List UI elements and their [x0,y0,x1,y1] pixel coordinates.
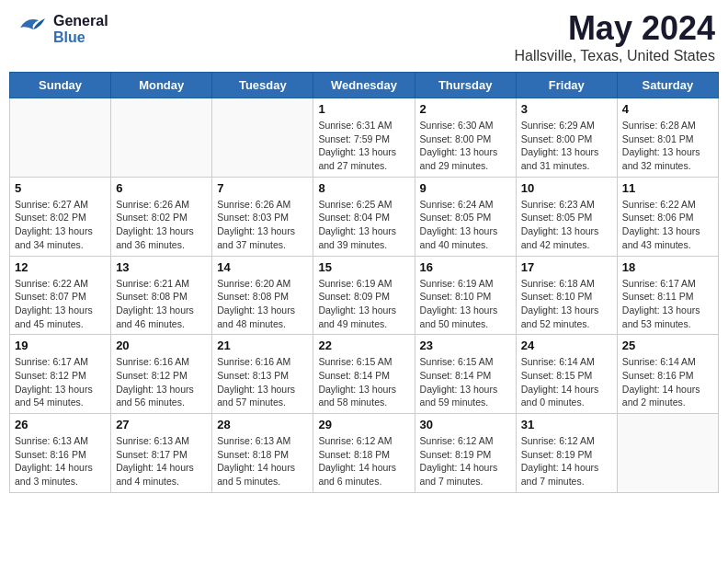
day-info: Sunrise: 6:20 AM Sunset: 8:08 PM Dayligh… [217,277,308,331]
calendar-cell: 2Sunrise: 6:30 AM Sunset: 8:00 PM Daylig… [415,98,516,178]
day-info: Sunrise: 6:31 AM Sunset: 7:59 PM Dayligh… [318,119,409,173]
calendar-cell: 17Sunrise: 6:18 AM Sunset: 8:10 PM Dayli… [516,256,617,335]
calendar-cell: 12Sunrise: 6:22 AM Sunset: 8:07 PM Dayli… [10,256,111,335]
calendar-week-5: 26Sunrise: 6:13 AM Sunset: 8:16 PM Dayli… [10,414,719,493]
day-info: Sunrise: 6:12 AM Sunset: 8:19 PM Dayligh… [521,434,612,488]
title-area: May 2024 Hallsville, Texas, United State… [515,9,715,64]
day-number: 29 [318,418,409,431]
day-info: Sunrise: 6:13 AM Sunset: 8:18 PM Dayligh… [217,434,308,488]
day-number: 4 [622,102,713,116]
day-number: 9 [420,181,511,195]
day-info: Sunrise: 6:25 AM Sunset: 8:04 PM Dayligh… [318,198,409,252]
calendar-cell: 1Sunrise: 6:31 AM Sunset: 7:59 PM Daylig… [313,98,415,178]
day-number: 7 [217,181,308,195]
calendar-cell: 14Sunrise: 6:20 AM Sunset: 8:08 PM Dayli… [212,256,313,335]
day-number: 15 [318,260,409,274]
calendar-week-1: 1Sunrise: 6:31 AM Sunset: 7:59 PM Daylig… [10,98,719,178]
day-info: Sunrise: 6:13 AM Sunset: 8:16 PM Dayligh… [15,434,106,488]
calendar-cell [10,98,111,178]
day-info: Sunrise: 6:15 AM Sunset: 8:14 PM Dayligh… [318,355,409,409]
calendar-cell: 22Sunrise: 6:15 AM Sunset: 8:14 PM Dayli… [313,335,415,414]
day-info: Sunrise: 6:12 AM Sunset: 8:18 PM Dayligh… [318,434,409,488]
day-info: Sunrise: 6:19 AM Sunset: 8:09 PM Dayligh… [318,277,409,331]
calendar-cell: 10Sunrise: 6:23 AM Sunset: 8:05 PM Dayli… [516,177,617,256]
day-info: Sunrise: 6:24 AM Sunset: 8:05 PM Dayligh… [420,198,511,252]
calendar-cell: 28Sunrise: 6:13 AM Sunset: 8:18 PM Dayli… [212,414,313,493]
day-number: 1 [318,102,409,116]
day-info: Sunrise: 6:13 AM Sunset: 8:17 PM Dayligh… [116,434,207,488]
day-number: 20 [116,339,207,352]
day-info: Sunrise: 6:22 AM Sunset: 8:07 PM Dayligh… [15,277,106,331]
day-number: 21 [217,339,308,352]
calendar-cell: 20Sunrise: 6:16 AM Sunset: 8:12 PM Dayli… [111,335,212,414]
day-info: Sunrise: 6:16 AM Sunset: 8:12 PM Dayligh… [116,355,207,409]
day-number: 26 [15,418,106,431]
day-number: 25 [622,339,713,352]
day-info: Sunrise: 6:23 AM Sunset: 8:05 PM Dayligh… [521,198,612,252]
calendar-cell: 4Sunrise: 6:28 AM Sunset: 8:01 PM Daylig… [617,98,718,178]
logo-icon [13,9,50,50]
day-number: 23 [420,339,511,352]
day-number: 6 [116,181,207,195]
day-info: Sunrise: 6:26 AM Sunset: 8:03 PM Dayligh… [217,198,308,252]
day-number: 12 [15,260,106,274]
logo-general: General [53,13,108,29]
calendar-week-4: 19Sunrise: 6:17 AM Sunset: 8:12 PM Dayli… [10,335,719,414]
day-header-tuesday: Tuesday [212,73,313,98]
day-number: 5 [15,181,106,195]
day-info: Sunrise: 6:14 AM Sunset: 8:15 PM Dayligh… [521,355,612,409]
day-header-monday: Monday [111,73,212,98]
calendar-cell: 29Sunrise: 6:12 AM Sunset: 8:18 PM Dayli… [313,414,415,493]
day-header-sunday: Sunday [10,73,111,98]
day-info: Sunrise: 6:19 AM Sunset: 8:10 PM Dayligh… [420,277,511,331]
day-number: 14 [217,260,308,274]
logo-blue: Blue [53,29,108,46]
day-number: 18 [622,260,713,274]
calendar-cell: 25Sunrise: 6:14 AM Sunset: 8:16 PM Dayli… [617,335,718,414]
logo-text: General Blue [53,13,108,45]
day-number: 31 [521,418,612,431]
day-number: 2 [420,102,511,116]
calendar-cell: 27Sunrise: 6:13 AM Sunset: 8:17 PM Dayli… [111,414,212,493]
calendar-cell: 19Sunrise: 6:17 AM Sunset: 8:12 PM Dayli… [10,335,111,414]
day-info: Sunrise: 6:27 AM Sunset: 8:02 PM Dayligh… [15,198,106,252]
day-info: Sunrise: 6:18 AM Sunset: 8:10 PM Dayligh… [521,277,612,331]
day-header-wednesday: Wednesday [313,73,415,98]
calendar-cell: 21Sunrise: 6:16 AM Sunset: 8:13 PM Dayli… [212,335,313,414]
day-number: 30 [420,418,511,431]
calendar-table: SundayMondayTuesdayWednesdayThursdayFrid… [9,72,719,493]
day-info: Sunrise: 6:12 AM Sunset: 8:19 PM Dayligh… [420,434,511,488]
day-info: Sunrise: 6:22 AM Sunset: 8:06 PM Dayligh… [622,198,713,252]
calendar-week-3: 12Sunrise: 6:22 AM Sunset: 8:07 PM Dayli… [10,256,719,335]
calendar-cell: 11Sunrise: 6:22 AM Sunset: 8:06 PM Dayli… [617,177,718,256]
day-info: Sunrise: 6:30 AM Sunset: 8:00 PM Dayligh… [420,119,511,173]
calendar-cell: 26Sunrise: 6:13 AM Sunset: 8:16 PM Dayli… [10,414,111,493]
calendar-body: 1Sunrise: 6:31 AM Sunset: 7:59 PM Daylig… [10,98,719,493]
page-header: General Blue May 2024 Hallsville, Texas,… [9,9,719,64]
day-info: Sunrise: 6:17 AM Sunset: 8:11 PM Dayligh… [622,277,713,331]
day-number: 17 [521,260,612,274]
calendar-cell: 6Sunrise: 6:26 AM Sunset: 8:02 PM Daylig… [111,177,212,256]
calendar-cell: 31Sunrise: 6:12 AM Sunset: 8:19 PM Dayli… [516,414,617,493]
main-title: May 2024 [515,9,715,48]
day-number: 13 [116,260,207,274]
calendar-cell: 15Sunrise: 6:19 AM Sunset: 8:09 PM Dayli… [313,256,415,335]
calendar-week-2: 5Sunrise: 6:27 AM Sunset: 8:02 PM Daylig… [10,177,719,256]
day-info: Sunrise: 6:29 AM Sunset: 8:00 PM Dayligh… [521,119,612,173]
day-number: 16 [420,260,511,274]
calendar-cell: 3Sunrise: 6:29 AM Sunset: 8:00 PM Daylig… [516,98,617,178]
day-info: Sunrise: 6:26 AM Sunset: 8:02 PM Dayligh… [116,198,207,252]
calendar-cell: 18Sunrise: 6:17 AM Sunset: 8:11 PM Dayli… [617,256,718,335]
day-number: 10 [521,181,612,195]
day-number: 27 [116,418,207,431]
day-header-row: SundayMondayTuesdayWednesdayThursdayFrid… [10,73,719,98]
calendar-cell: 30Sunrise: 6:12 AM Sunset: 8:19 PM Dayli… [415,414,516,493]
day-number: 11 [622,181,713,195]
day-info: Sunrise: 6:14 AM Sunset: 8:16 PM Dayligh… [622,355,713,409]
calendar-cell: 24Sunrise: 6:14 AM Sunset: 8:15 PM Dayli… [516,335,617,414]
day-number: 8 [318,181,409,195]
calendar-cell: 9Sunrise: 6:24 AM Sunset: 8:05 PM Daylig… [415,177,516,256]
day-header-saturday: Saturday [617,73,718,98]
day-number: 24 [521,339,612,352]
day-header-thursday: Thursday [415,73,516,98]
